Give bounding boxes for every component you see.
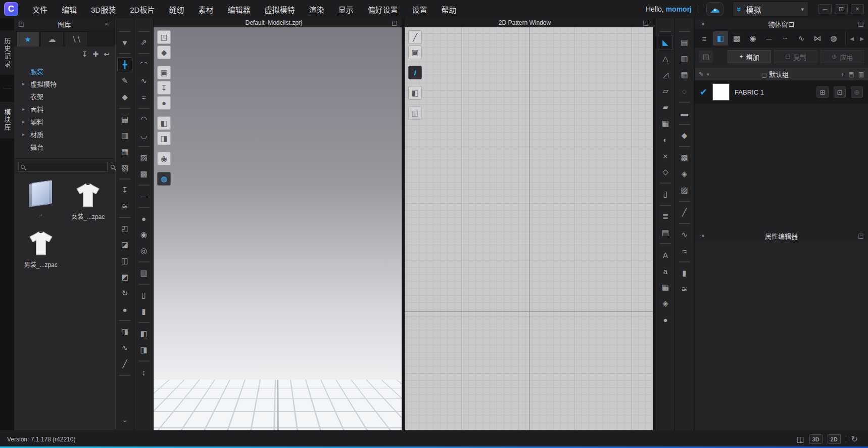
folder-button[interactable]: ▤	[699, 51, 713, 63]
add-fabric-button[interactable]: + 增加	[728, 50, 771, 63]
tool-button[interactable]: ◨	[117, 324, 132, 339]
tool-button[interactable]: ▬	[677, 106, 692, 121]
tool-button[interactable]: ●	[117, 302, 132, 317]
menu-item[interactable]: 显示	[332, 1, 359, 18]
view-toggle-button[interactable]: ◆	[157, 46, 171, 59]
tool-button[interactable]: ▥	[136, 265, 152, 281]
restore-button[interactable]: ⊡	[835, 4, 848, 14]
view-toggle-button[interactable]: ◧	[408, 86, 422, 100]
thumbnail-parent-folder[interactable]: ..	[17, 182, 65, 220]
tool-button[interactable]: ≈	[677, 243, 692, 258]
tab-topstitch[interactable]: ┄	[778, 31, 793, 46]
viewport-2d-canvas[interactable]: ╱▣i◧◫	[405, 27, 653, 430]
search-input[interactable]	[27, 163, 105, 170]
apply-fabric-button[interactable]: ⊕ 应用	[821, 50, 864, 63]
popout-icon[interactable]: ◳	[857, 20, 865, 27]
tool-button[interactable]: ◌	[677, 83, 692, 99]
fabric-check-icon[interactable]: ✔	[700, 86, 707, 98]
tool-button[interactable]: ▩	[677, 150, 692, 165]
menu-item[interactable]: 3D服装	[85, 1, 122, 18]
tool-button[interactable]: ⌒	[136, 57, 152, 72]
tree-item[interactable]: 舞台	[14, 141, 115, 153]
copy-fabric-button[interactable]: ⊡ 复制	[774, 50, 817, 63]
fabric-copy-icon[interactable]: ⊡	[834, 86, 846, 98]
tool-button[interactable]: ▩	[136, 166, 152, 182]
tool-button[interactable]: ↧	[117, 183, 132, 198]
tool-button[interactable]: ◐	[658, 132, 673, 147]
tool-button[interactable]: A	[658, 247, 673, 262]
tool-button[interactable]: ●	[136, 211, 152, 226]
tree-item[interactable]: ▸ 面料	[14, 103, 115, 115]
tool-button[interactable]: ◧	[136, 326, 152, 341]
minimize-button[interactable]: ─	[818, 4, 832, 14]
menu-item[interactable]: 虚拟模特	[258, 1, 301, 18]
tool-button[interactable]: ◆	[117, 89, 132, 105]
menu-item[interactable]: 设置	[406, 1, 433, 18]
tree-item[interactable]: ▸ 材质	[14, 128, 115, 141]
tool-button[interactable]: a	[658, 263, 673, 279]
tool-button[interactable]: ▤	[117, 112, 132, 127]
tool-button[interactable]: ◠	[136, 112, 152, 127]
tool-button[interactable]: ◎	[136, 243, 152, 258]
tab-buttonhole[interactable]: ─	[761, 31, 777, 46]
view-toggle-button[interactable]: ◍	[157, 172, 171, 186]
thumbnail-garment-female[interactable]: 女装_...zpac	[65, 182, 112, 220]
tool-button[interactable]: ≈	[136, 89, 152, 105]
tree-expand-icon[interactable]: ▸	[22, 81, 27, 86]
tool-button[interactable]: ▥	[677, 51, 692, 66]
simulate-button[interactable]: » 模拟 ▾	[733, 2, 808, 17]
tree-item[interactable]: 服装	[14, 65, 115, 77]
module-library-tab[interactable]: 模块库	[0, 102, 15, 139]
tool-button[interactable]: ▮	[677, 265, 692, 281]
tool-button[interactable]: ▦	[658, 280, 673, 295]
view-toggle-button[interactable]: ◧	[157, 116, 171, 130]
tree-item[interactable]: ▸ 虚拟模特	[14, 77, 115, 90]
tool-button[interactable]: ◿	[658, 67, 673, 82]
download-icon[interactable]: ↧	[82, 50, 88, 58]
pin-icon[interactable]: ⇥	[698, 232, 706, 239]
tool-button[interactable]: ◉	[136, 227, 152, 242]
tab-puckering[interactable]: ∿	[794, 31, 809, 46]
tree-item[interactable]: ▸ 辅料	[14, 115, 115, 128]
menu-item[interactable]: 偏好设置	[362, 1, 404, 18]
tool-button[interactable]: ◰	[117, 221, 132, 236]
tool-button[interactable]: ◩	[117, 270, 132, 285]
view-3d-button[interactable]: 3D	[809, 434, 823, 444]
tree-expand-icon[interactable]: ▸	[22, 131, 27, 137]
tree-expand-icon[interactable]: ▸	[22, 119, 27, 124]
thumbnail-garment-male[interactable]: 男装_...zpac	[17, 230, 65, 268]
search-box[interactable]	[18, 162, 108, 172]
tool-button[interactable]: ◇	[658, 164, 673, 180]
tool-button[interactable]: ▯	[136, 288, 152, 303]
menu-item[interactable]: 文件	[26, 1, 54, 18]
menu-item[interactable]: 渲染	[303, 1, 330, 18]
view-toggle-button[interactable]: ▣	[408, 46, 422, 59]
tab-scroll-left-icon[interactable]: ◀	[848, 31, 856, 46]
tool-button[interactable]: ≋	[117, 199, 132, 214]
sync-refresh-icon[interactable]: ↻	[851, 434, 858, 444]
tool-button[interactable]: ↨	[136, 365, 152, 380]
tab-fabric[interactable]: ◧	[713, 31, 728, 46]
tool-button[interactable]: ◆	[677, 128, 692, 143]
tree-expand-icon[interactable]: ▸	[22, 106, 27, 112]
tool-button[interactable]: ╱	[677, 205, 692, 220]
view-toggle-button[interactable]: ◫	[408, 106, 422, 120]
tool-button[interactable]: ✎	[117, 73, 132, 88]
tool-button[interactable]: ↻	[117, 286, 132, 301]
tool-button[interactable]: ◪	[117, 237, 132, 252]
view-2d-button[interactable]: 2D	[828, 434, 841, 444]
viewport-3d-canvas[interactable]: ◳◆▣↧●◧◨◉◍	[154, 27, 402, 430]
group-delete-icon[interactable]: ▥	[858, 71, 864, 78]
tool-button[interactable]: ▼	[117, 35, 132, 50]
tool-button[interactable]: ▯	[658, 187, 673, 202]
tool-button[interactable]: ●	[658, 312, 673, 327]
tool-button[interactable]: ▧	[117, 160, 132, 175]
cloud-account-button[interactable]: ☁ c	[706, 2, 724, 16]
tab-list[interactable]: ≡	[697, 31, 712, 46]
tool-button[interactable]: ◡	[136, 128, 152, 143]
tool-button[interactable]: ◣	[658, 35, 673, 50]
tool-button[interactable]: ∿	[677, 227, 692, 242]
history-tab[interactable]: 历史记录	[0, 30, 15, 75]
menu-item[interactable]: 素材	[192, 1, 219, 18]
tab-graphic[interactable]: ▩	[729, 31, 744, 46]
